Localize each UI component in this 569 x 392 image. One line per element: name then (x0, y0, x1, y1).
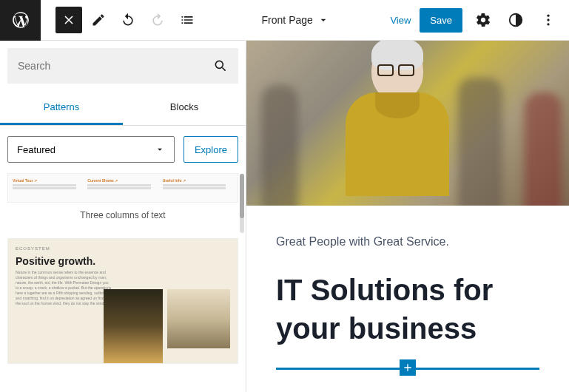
search-input[interactable] (18, 60, 213, 72)
forest-image (104, 289, 163, 363)
search-box[interactable] (7, 48, 238, 84)
content-area: Great People with Great Service. IT Solu… (246, 206, 569, 377)
toolbar-center: Front Page (201, 14, 390, 26)
subtitle-text[interactable]: Great People with Great Service. (276, 235, 539, 249)
edit-tool-button[interactable] (85, 7, 112, 33)
close-icon (61, 13, 76, 27)
more-vertical-icon (541, 13, 556, 27)
filter-selected-label: Featured (17, 144, 55, 155)
explore-button[interactable]: Explore (184, 136, 238, 163)
contrast-icon (508, 12, 524, 28)
pattern-category-select[interactable]: Featured (7, 136, 175, 163)
undo-icon (121, 13, 135, 27)
more-options-button[interactable] (536, 8, 560, 32)
pattern-list[interactable]: Virtual Tour ↗ Current Shows ↗ Useful In… (0, 173, 246, 392)
settings-button[interactable] (471, 8, 495, 32)
chevron-down-icon (317, 14, 329, 26)
inserter-sidebar: Patterns Blocks Featured Explore Virtual… (0, 41, 246, 392)
headline-text[interactable]: IT Solutions for your business (276, 271, 539, 348)
toolbar-left (55, 7, 201, 33)
page-title[interactable]: Front Page (262, 14, 313, 26)
list-view-button[interactable] (174, 7, 201, 33)
pattern-item-positive-growth[interactable]: ECOSYSTEM Positive growth. Nature in the… (7, 238, 238, 364)
gear-icon (475, 12, 491, 28)
wordpress-logo[interactable] (0, 0, 41, 41)
main-area: Patterns Blocks Featured Explore Virtual… (0, 41, 569, 392)
pencil-icon (91, 13, 106, 27)
inserter-tabs: Patterns Blocks (0, 91, 246, 126)
redo-button[interactable] (144, 7, 171, 33)
plus-icon (402, 362, 414, 374)
filter-row: Featured Explore (0, 126, 246, 173)
pattern-thumbnail: Virtual Tour ↗ Current Shows ↗ Useful In… (7, 173, 238, 203)
view-link[interactable]: View (390, 15, 411, 26)
styles-button[interactable] (504, 8, 528, 32)
pattern-label: Three columns of text (7, 203, 238, 232)
tab-patterns[interactable]: Patterns (0, 91, 123, 125)
hero-image-block[interactable] (246, 41, 569, 206)
svg-point-4 (215, 61, 223, 68)
search-row (0, 41, 246, 91)
svg-point-3 (547, 23, 549, 25)
save-button[interactable]: Save (420, 8, 462, 33)
redo-icon (150, 13, 165, 27)
editor-canvas[interactable]: Great People with Great Service. IT Solu… (246, 41, 569, 392)
windmill-image (167, 289, 230, 348)
chevron-down-icon (155, 144, 165, 155)
editor-topbar: Front Page View Save (0, 0, 569, 41)
add-block-button[interactable] (400, 359, 416, 376)
wordpress-icon (11, 10, 30, 30)
undo-button[interactable] (115, 7, 141, 33)
toolbar-right: View Save (390, 8, 560, 33)
pattern-item-three-columns[interactable]: Virtual Tour ↗ Current Shows ↗ Useful In… (7, 173, 238, 232)
list-view-icon (180, 13, 195, 27)
close-inserter-button[interactable] (55, 7, 82, 33)
scrollbar[interactable] (240, 174, 244, 233)
svg-point-1 (547, 15, 549, 17)
tab-blocks[interactable]: Blocks (123, 91, 246, 125)
search-icon (213, 58, 228, 73)
svg-point-2 (547, 18, 549, 21)
pattern-thumbnail: ECOSYSTEM Positive growth. Nature in the… (7, 238, 238, 364)
